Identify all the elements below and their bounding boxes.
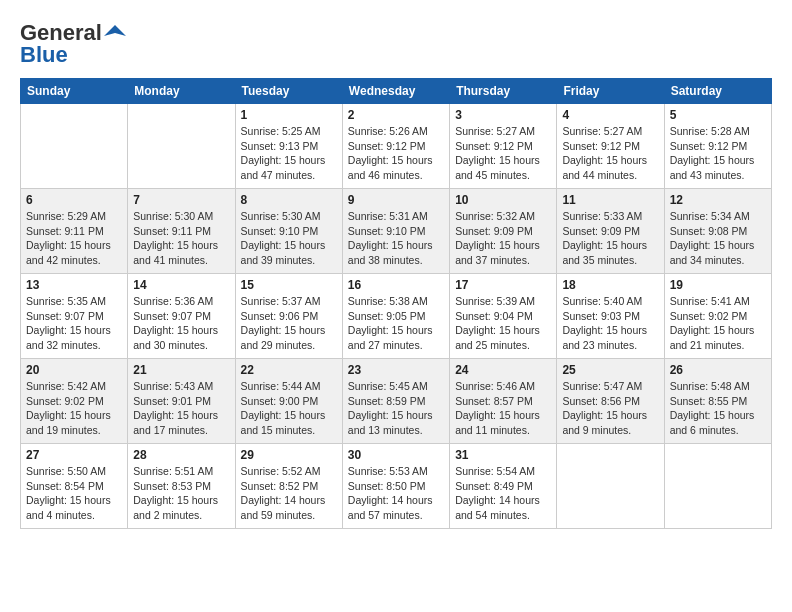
day-number: 7 xyxy=(133,193,229,207)
weekday-header-monday: Monday xyxy=(128,79,235,104)
day-info: Sunrise: 5:51 AM Sunset: 8:53 PM Dayligh… xyxy=(133,464,229,523)
calendar-cell: 18Sunrise: 5:40 AM Sunset: 9:03 PM Dayli… xyxy=(557,274,664,359)
calendar-cell xyxy=(557,444,664,529)
day-info: Sunrise: 5:42 AM Sunset: 9:02 PM Dayligh… xyxy=(26,379,122,438)
day-number: 8 xyxy=(241,193,337,207)
calendar-cell xyxy=(21,104,128,189)
calendar-cell: 16Sunrise: 5:38 AM Sunset: 9:05 PM Dayli… xyxy=(342,274,449,359)
calendar-cell: 2Sunrise: 5:26 AM Sunset: 9:12 PM Daylig… xyxy=(342,104,449,189)
day-info: Sunrise: 5:27 AM Sunset: 9:12 PM Dayligh… xyxy=(562,124,658,183)
calendar-week-row: 1Sunrise: 5:25 AM Sunset: 9:13 PM Daylig… xyxy=(21,104,772,189)
day-number: 13 xyxy=(26,278,122,292)
calendar-cell: 22Sunrise: 5:44 AM Sunset: 9:00 PM Dayli… xyxy=(235,359,342,444)
day-info: Sunrise: 5:54 AM Sunset: 8:49 PM Dayligh… xyxy=(455,464,551,523)
day-number: 19 xyxy=(670,278,766,292)
day-number: 10 xyxy=(455,193,551,207)
logo-bird-icon xyxy=(104,22,126,44)
day-info: Sunrise: 5:40 AM Sunset: 9:03 PM Dayligh… xyxy=(562,294,658,353)
day-number: 15 xyxy=(241,278,337,292)
calendar-week-row: 27Sunrise: 5:50 AM Sunset: 8:54 PM Dayli… xyxy=(21,444,772,529)
day-info: Sunrise: 5:52 AM Sunset: 8:52 PM Dayligh… xyxy=(241,464,337,523)
calendar-week-row: 6Sunrise: 5:29 AM Sunset: 9:11 PM Daylig… xyxy=(21,189,772,274)
day-number: 21 xyxy=(133,363,229,377)
weekday-header-tuesday: Tuesday xyxy=(235,79,342,104)
weekday-header-friday: Friday xyxy=(557,79,664,104)
calendar-cell: 25Sunrise: 5:47 AM Sunset: 8:56 PM Dayli… xyxy=(557,359,664,444)
calendar-cell: 28Sunrise: 5:51 AM Sunset: 8:53 PM Dayli… xyxy=(128,444,235,529)
calendar-cell: 10Sunrise: 5:32 AM Sunset: 9:09 PM Dayli… xyxy=(450,189,557,274)
weekday-header-wednesday: Wednesday xyxy=(342,79,449,104)
day-number: 20 xyxy=(26,363,122,377)
calendar-cell: 15Sunrise: 5:37 AM Sunset: 9:06 PM Dayli… xyxy=(235,274,342,359)
day-number: 9 xyxy=(348,193,444,207)
day-number: 26 xyxy=(670,363,766,377)
day-info: Sunrise: 5:36 AM Sunset: 9:07 PM Dayligh… xyxy=(133,294,229,353)
day-info: Sunrise: 5:43 AM Sunset: 9:01 PM Dayligh… xyxy=(133,379,229,438)
day-info: Sunrise: 5:33 AM Sunset: 9:09 PM Dayligh… xyxy=(562,209,658,268)
calendar-cell: 3Sunrise: 5:27 AM Sunset: 9:12 PM Daylig… xyxy=(450,104,557,189)
day-info: Sunrise: 5:47 AM Sunset: 8:56 PM Dayligh… xyxy=(562,379,658,438)
calendar-cell: 27Sunrise: 5:50 AM Sunset: 8:54 PM Dayli… xyxy=(21,444,128,529)
day-info: Sunrise: 5:35 AM Sunset: 9:07 PM Dayligh… xyxy=(26,294,122,353)
day-number: 3 xyxy=(455,108,551,122)
calendar-cell: 8Sunrise: 5:30 AM Sunset: 9:10 PM Daylig… xyxy=(235,189,342,274)
day-number: 2 xyxy=(348,108,444,122)
day-info: Sunrise: 5:26 AM Sunset: 9:12 PM Dayligh… xyxy=(348,124,444,183)
day-info: Sunrise: 5:32 AM Sunset: 9:09 PM Dayligh… xyxy=(455,209,551,268)
calendar-cell: 21Sunrise: 5:43 AM Sunset: 9:01 PM Dayli… xyxy=(128,359,235,444)
svg-marker-0 xyxy=(104,25,126,36)
day-info: Sunrise: 5:37 AM Sunset: 9:06 PM Dayligh… xyxy=(241,294,337,353)
page-header: General Blue xyxy=(20,20,772,68)
day-number: 14 xyxy=(133,278,229,292)
day-info: Sunrise: 5:39 AM Sunset: 9:04 PM Dayligh… xyxy=(455,294,551,353)
calendar-cell: 19Sunrise: 5:41 AM Sunset: 9:02 PM Dayli… xyxy=(664,274,771,359)
day-info: Sunrise: 5:34 AM Sunset: 9:08 PM Dayligh… xyxy=(670,209,766,268)
day-number: 1 xyxy=(241,108,337,122)
calendar-cell xyxy=(128,104,235,189)
day-number: 31 xyxy=(455,448,551,462)
day-number: 28 xyxy=(133,448,229,462)
day-info: Sunrise: 5:53 AM Sunset: 8:50 PM Dayligh… xyxy=(348,464,444,523)
logo: General Blue xyxy=(20,20,126,68)
day-info: Sunrise: 5:30 AM Sunset: 9:10 PM Dayligh… xyxy=(241,209,337,268)
day-number: 17 xyxy=(455,278,551,292)
weekday-header-sunday: Sunday xyxy=(21,79,128,104)
calendar-cell: 14Sunrise: 5:36 AM Sunset: 9:07 PM Dayli… xyxy=(128,274,235,359)
calendar-cell: 24Sunrise: 5:46 AM Sunset: 8:57 PM Dayli… xyxy=(450,359,557,444)
calendar-cell: 17Sunrise: 5:39 AM Sunset: 9:04 PM Dayli… xyxy=(450,274,557,359)
day-number: 27 xyxy=(26,448,122,462)
weekday-header-thursday: Thursday xyxy=(450,79,557,104)
day-info: Sunrise: 5:46 AM Sunset: 8:57 PM Dayligh… xyxy=(455,379,551,438)
day-number: 23 xyxy=(348,363,444,377)
day-info: Sunrise: 5:38 AM Sunset: 9:05 PM Dayligh… xyxy=(348,294,444,353)
calendar-cell: 20Sunrise: 5:42 AM Sunset: 9:02 PM Dayli… xyxy=(21,359,128,444)
calendar-cell: 11Sunrise: 5:33 AM Sunset: 9:09 PM Dayli… xyxy=(557,189,664,274)
calendar-week-row: 13Sunrise: 5:35 AM Sunset: 9:07 PM Dayli… xyxy=(21,274,772,359)
calendar-cell: 4Sunrise: 5:27 AM Sunset: 9:12 PM Daylig… xyxy=(557,104,664,189)
calendar-week-row: 20Sunrise: 5:42 AM Sunset: 9:02 PM Dayli… xyxy=(21,359,772,444)
calendar-cell: 31Sunrise: 5:54 AM Sunset: 8:49 PM Dayli… xyxy=(450,444,557,529)
day-number: 18 xyxy=(562,278,658,292)
day-number: 30 xyxy=(348,448,444,462)
day-info: Sunrise: 5:41 AM Sunset: 9:02 PM Dayligh… xyxy=(670,294,766,353)
day-number: 12 xyxy=(670,193,766,207)
calendar-table: SundayMondayTuesdayWednesdayThursdayFrid… xyxy=(20,78,772,529)
calendar-cell xyxy=(664,444,771,529)
day-number: 22 xyxy=(241,363,337,377)
day-info: Sunrise: 5:30 AM Sunset: 9:11 PM Dayligh… xyxy=(133,209,229,268)
calendar-cell: 7Sunrise: 5:30 AM Sunset: 9:11 PM Daylig… xyxy=(128,189,235,274)
calendar-cell: 5Sunrise: 5:28 AM Sunset: 9:12 PM Daylig… xyxy=(664,104,771,189)
calendar-cell: 29Sunrise: 5:52 AM Sunset: 8:52 PM Dayli… xyxy=(235,444,342,529)
calendar-cell: 9Sunrise: 5:31 AM Sunset: 9:10 PM Daylig… xyxy=(342,189,449,274)
day-number: 11 xyxy=(562,193,658,207)
day-number: 6 xyxy=(26,193,122,207)
day-number: 16 xyxy=(348,278,444,292)
calendar-cell: 30Sunrise: 5:53 AM Sunset: 8:50 PM Dayli… xyxy=(342,444,449,529)
day-number: 4 xyxy=(562,108,658,122)
day-info: Sunrise: 5:45 AM Sunset: 8:59 PM Dayligh… xyxy=(348,379,444,438)
day-info: Sunrise: 5:28 AM Sunset: 9:12 PM Dayligh… xyxy=(670,124,766,183)
weekday-header-saturday: Saturday xyxy=(664,79,771,104)
day-info: Sunrise: 5:44 AM Sunset: 9:00 PM Dayligh… xyxy=(241,379,337,438)
day-info: Sunrise: 5:50 AM Sunset: 8:54 PM Dayligh… xyxy=(26,464,122,523)
calendar-cell: 1Sunrise: 5:25 AM Sunset: 9:13 PM Daylig… xyxy=(235,104,342,189)
